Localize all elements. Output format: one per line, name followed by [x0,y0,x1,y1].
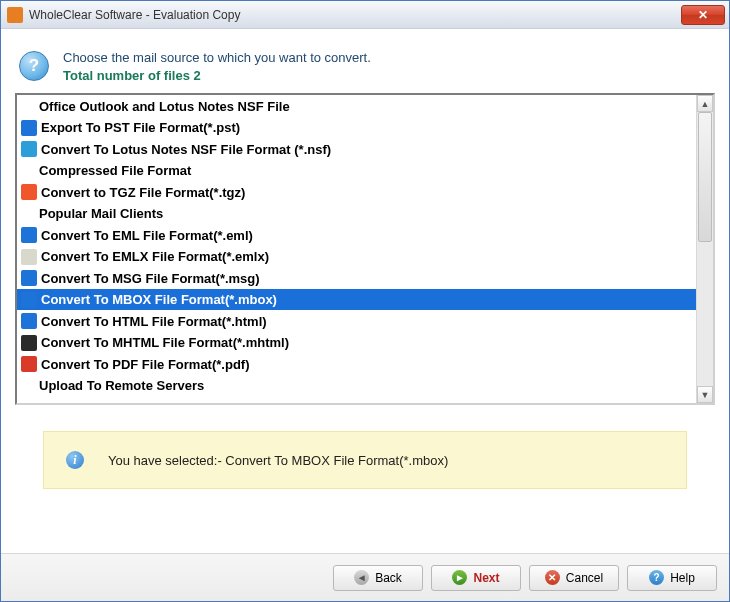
list-item-label: Convert to TGZ File Format(*.tgz) [41,185,245,200]
format-icon [21,335,37,351]
help-label: Help [670,571,695,585]
format-icon [21,292,37,308]
titlebar: WholeClear Software - Evaluation Copy ✕ [1,1,729,29]
cancel-label: Cancel [566,571,603,585]
list-item-label: Convert To Lotus Notes NSF File Format (… [41,142,331,157]
format-icon [21,270,37,286]
list-group-header: Office Outlook and Lotus Notes NSF File [17,95,696,117]
info-icon: i [66,451,84,469]
arrow-left-icon: ◄ [354,570,369,585]
format-icon [21,120,37,136]
list-group-header: Compressed File Format [17,160,696,182]
next-button[interactable]: ► Next [431,565,521,591]
question-icon: ? [19,51,49,81]
list-group-header: Upload To Remote Servers [17,375,696,397]
list-item[interactable]: Export To PST File Format(*.pst) [17,117,696,139]
list-item-label: Office Outlook and Lotus Notes NSF File [39,99,290,114]
window-title: WholeClear Software - Evaluation Copy [29,8,681,22]
instruction-row: ? Choose the mail source to which you wa… [19,49,711,85]
file-count-text: Total number of files 2 [63,67,371,85]
format-icon [21,227,37,243]
format-icon [21,141,37,157]
scroll-track[interactable] [697,112,713,386]
close-icon: ✕ [698,8,708,22]
format-icon [21,249,37,265]
app-icon [7,7,23,23]
scrollbar[interactable]: ▲ ▼ [696,95,713,403]
help-button[interactable]: ? Help [627,565,717,591]
list-item-label: Convert To MHTML File Format(*.mhtml) [41,335,289,350]
format-icon [21,184,37,200]
next-label: Next [473,571,499,585]
scroll-thumb[interactable] [698,112,712,242]
back-button[interactable]: ◄ Back [333,565,423,591]
scroll-up-button[interactable]: ▲ [697,95,713,112]
cancel-icon: ✕ [545,570,560,585]
list-item-label: Convert To EMLX File Format(*.emlx) [41,249,269,264]
list-item-label: Export To PST File Format(*.pst) [41,120,240,135]
cancel-button[interactable]: ✕ Cancel [529,565,619,591]
list-item[interactable]: Convert To MHTML File Format(*.mhtml) [17,332,696,354]
list-item[interactable]: Convert To MBOX File Format(*.mbox) [17,289,696,311]
list-item[interactable]: Convert To HTML File Format(*.html) [17,310,696,332]
selection-text: You have selected:- Convert To MBOX File… [108,453,448,468]
list-item[interactable]: Convert to TGZ File Format(*.tgz) [17,181,696,203]
list-item[interactable]: Convert To EML File Format(*.eml) [17,224,696,246]
list-item[interactable]: Convert To PDF File Format(*.pdf) [17,353,696,375]
list-item-label: Compressed File Format [39,163,191,178]
list-item-label: Convert To EML File Format(*.eml) [41,228,253,243]
list-item-label: Convert To MBOX File Format(*.mbox) [41,292,277,307]
list-item[interactable]: Convert To EMLX File Format(*.emlx) [17,246,696,268]
list-item[interactable]: Convert To Lotus Notes NSF File Format (… [17,138,696,160]
selection-banner: i You have selected:- Convert To MBOX Fi… [43,431,687,489]
back-label: Back [375,571,402,585]
format-list[interactable]: Office Outlook and Lotus Notes NSF FileE… [17,95,696,403]
content-area: ? Choose the mail source to which you wa… [1,29,729,553]
list-item-label: Convert To PDF File Format(*.pdf) [41,357,249,372]
app-window: WholeClear Software - Evaluation Copy ✕ … [0,0,730,602]
list-item-label: Popular Mail Clients [39,206,163,221]
wizard-footer: ◄ Back ► Next ✕ Cancel ? Help [1,553,729,601]
list-item-label: Convert To HTML File Format(*.html) [41,314,267,329]
instruction-line1: Choose the mail source to which you want… [63,49,371,67]
close-button[interactable]: ✕ [681,5,725,25]
arrow-right-icon: ► [452,570,467,585]
format-icon [21,356,37,372]
scroll-down-button[interactable]: ▼ [697,386,713,403]
format-listbox: Office Outlook and Lotus Notes NSF FileE… [15,93,715,405]
list-item-label: Convert To MSG File Format(*.msg) [41,271,260,286]
instruction-text: Choose the mail source to which you want… [63,49,371,85]
format-icon [21,313,37,329]
help-icon: ? [649,570,664,585]
list-group-header: Popular Mail Clients [17,203,696,225]
list-item[interactable]: Convert To MSG File Format(*.msg) [17,267,696,289]
list-item-label: Upload To Remote Servers [39,378,204,393]
